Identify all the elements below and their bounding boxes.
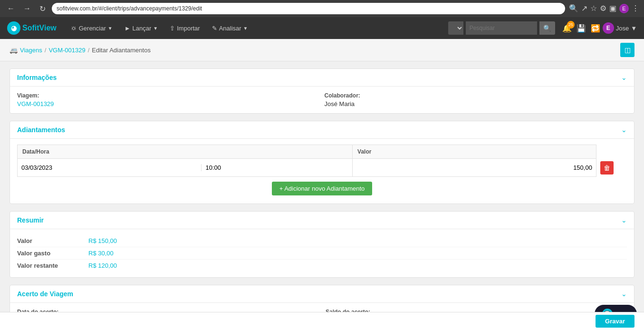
valor-restante-label: Valor restante: [17, 262, 88, 269]
more-icon[interactable]: ⋮: [632, 4, 639, 13]
chevron-down-icon: ▼: [108, 26, 113, 31]
valor-value: R$ 150,00: [88, 237, 117, 244]
user-avatar: E: [603, 22, 614, 34]
gear-icon: ⛭: [71, 25, 77, 32]
breadcrumb-viagens-link[interactable]: Viagens: [20, 47, 42, 54]
app-logo: ◕ SofitView: [7, 21, 57, 35]
add-adiantamento-button[interactable]: + Adicionar novo Adiantamento: [272, 182, 373, 195]
star-icon[interactable]: ☆: [590, 4, 597, 13]
chart-icon: ✎: [212, 25, 217, 32]
acerto-chevron[interactable]: ⌄: [621, 290, 627, 298]
search-input[interactable]: [466, 21, 537, 35]
nav-lancar[interactable]: ► Lançar ▼: [120, 22, 163, 35]
viagem-label: Viagem:: [17, 92, 320, 99]
action-cell: 🗑: [596, 159, 626, 177]
resumir-body: Valor R$ 150,00 Valor gasto R$ 30,00 Val…: [10, 229, 634, 277]
search-button[interactable]: 🔍: [539, 21, 555, 35]
notification-badge: 25: [567, 21, 575, 29]
resumir-header: Resumir ⌄: [10, 212, 634, 229]
resumir-section: Resumir ⌄ Valor R$ 150,00 Valor gasto R$…: [10, 211, 634, 278]
bottom-bar: Gravar: [0, 312, 644, 330]
table-row: 🗑: [18, 159, 627, 177]
search-category-select[interactable]: [448, 21, 463, 35]
hora-input[interactable]: [201, 164, 348, 171]
valor-gasto-value: R$ 30,00: [88, 250, 114, 257]
breadcrumb: 🚐 Viagens / VGM-001329 / Editar Adiantam…: [10, 46, 151, 54]
col-data-hora: Data/Hora: [18, 145, 353, 159]
nav-gerenciar[interactable]: ⛭ Gerenciar ▼: [66, 22, 117, 35]
valor-gasto-label: Valor gasto: [17, 250, 88, 257]
valor-gasto-row: Valor gasto R$ 30,00: [17, 247, 627, 260]
valor-restante-row: Valor restante R$ 120,00: [17, 260, 627, 272]
resumir-title: Resumir: [17, 216, 44, 224]
search-icon[interactable]: 🔍: [569, 4, 578, 13]
colaborador-info: Colaborador: José Maria: [325, 92, 627, 107]
nav-search: 🔍: [448, 21, 555, 35]
back-button[interactable]: ←: [5, 3, 17, 14]
viagem-value[interactable]: VGM-001329: [17, 100, 320, 107]
adiantamentos-table: Data/Hora Valor: [17, 145, 627, 177]
main-content: Informações ⌄ Viagem: VGM-001329 Colabor…: [0, 61, 644, 330]
chevron-down-icon: ▼: [153, 26, 158, 31]
chevron-down-icon: ▼: [243, 26, 248, 31]
nav-importar[interactable]: ⇧ Importar: [165, 22, 204, 35]
colaborador-value: José Maria: [325, 100, 627, 107]
nav-analisar[interactable]: ✎ Analisar ▼: [207, 22, 253, 35]
notification-bell[interactable]: 🔔 25: [562, 24, 572, 33]
data-cell: [18, 159, 353, 177]
logo-text: SofitView: [22, 24, 57, 32]
acerto-header: Acerto de Viagem ⌄: [10, 285, 634, 303]
valor-input[interactable]: [356, 164, 592, 171]
informacoes-section: Informações ⌄ Viagem: VGM-001329 Colabor…: [10, 68, 634, 114]
breadcrumb-action-button[interactable]: ◫: [620, 43, 634, 57]
app-navbar: ◕ SofitView ⛭ Gerenciar ▼ ► Lançar ▼ ⇧ I…: [0, 17, 644, 39]
nav-menu: ⛭ Gerenciar ▼ ► Lançar ▼ ⇧ Importar ✎ An…: [66, 22, 448, 35]
valor-cell: [353, 159, 596, 177]
col-action: [596, 145, 626, 159]
nav-user[interactable]: E Jose ▼: [603, 22, 637, 34]
upload-icon: ⇧: [170, 25, 175, 32]
breadcrumb-vgm-link[interactable]: VGM-001329: [48, 47, 85, 54]
share-network-icon[interactable]: 🔁: [591, 24, 600, 33]
user-circle-icon[interactable]: E: [619, 4, 629, 13]
informacoes-body: Viagem: VGM-001329 Colaborador: José Mar…: [10, 87, 634, 113]
resumir-chevron[interactable]: ⌄: [621, 216, 627, 224]
breadcrumb-bar: 🚐 Viagens / VGM-001329 / Editar Adiantam…: [0, 39, 644, 61]
gravar-button[interactable]: Gravar: [596, 315, 634, 328]
col-valor: Valor: [353, 145, 596, 159]
adiantamentos-section: Adiantamentos ⌄ Data/Hora Valor: [10, 121, 634, 204]
nav-icons: 🔔 25 💾 🔁: [562, 24, 600, 33]
address-bar[interactable]: sofitview.com.br/#/client/trips/advancep…: [52, 3, 565, 14]
address-text: sofitview.com.br/#/client/trips/advancep…: [57, 5, 202, 12]
user-chevron-icon: ▼: [631, 25, 637, 32]
download-icon[interactable]: 💾: [577, 24, 586, 33]
extensions-icon[interactable]: ⚙: [600, 4, 606, 13]
valor-row: Valor R$ 150,00: [17, 235, 627, 247]
share-icon[interactable]: ↗: [581, 4, 587, 13]
breadcrumb-current: Editar Adiantamentos: [92, 47, 151, 54]
valor-restante-value: R$ 120,00: [88, 262, 117, 269]
info-grid: Viagem: VGM-001329 Colaborador: José Mar…: [17, 92, 627, 107]
window-icon[interactable]: ▣: [609, 4, 616, 13]
browser-bar: ← → ↻ sofitview.com.br/#/client/trips/ad…: [0, 0, 644, 17]
data-input[interactable]: [21, 164, 201, 171]
adiantamentos-chevron[interactable]: ⌄: [621, 126, 627, 134]
delete-row-button[interactable]: 🗑: [600, 161, 614, 175]
add-btn-container: + Adicionar novo Adiantamento: [17, 182, 627, 195]
viagem-icon: 🚐: [10, 46, 18, 54]
informacoes-title: Informações: [17, 74, 57, 81]
reload-button[interactable]: ↻: [37, 3, 48, 14]
arrow-icon: ►: [125, 25, 131, 32]
informacoes-header: Informações ⌄: [10, 69, 634, 87]
adiantamentos-body: Data/Hora Valor: [10, 139, 634, 204]
valor-label: Valor: [17, 237, 88, 244]
adiantamentos-header: Adiantamentos ⌄: [10, 121, 634, 139]
informacoes-chevron[interactable]: ⌄: [621, 74, 627, 81]
browser-actions: 🔍 ↗ ☆ ⚙ ▣ E ⋮: [569, 4, 639, 13]
logo-icon: ◕: [7, 21, 20, 35]
forward-button[interactable]: →: [21, 3, 33, 14]
colaborador-label: Colaborador:: [325, 92, 627, 99]
adiantamentos-title: Adiantamentos: [17, 126, 65, 134]
viagem-info: Viagem: VGM-001329: [17, 92, 320, 107]
acerto-title: Acerto de Viagem: [17, 290, 73, 298]
